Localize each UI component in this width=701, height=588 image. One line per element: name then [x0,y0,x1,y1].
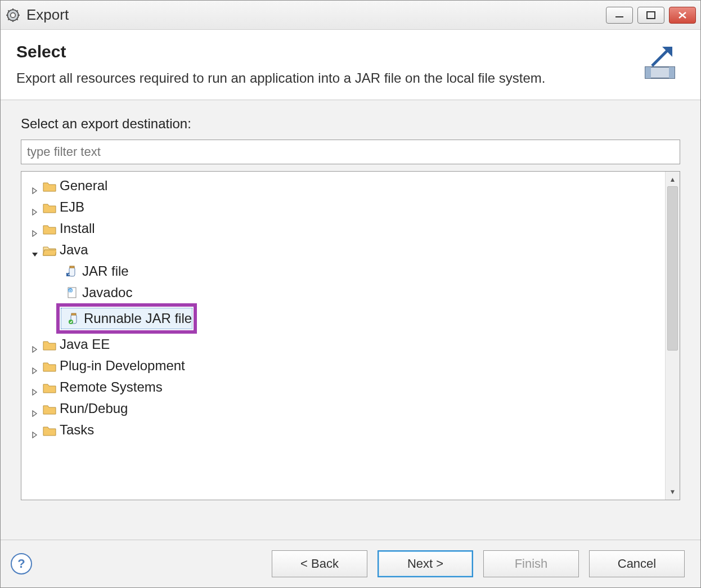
tree-item-jar-file[interactable]: JAR file [27,261,663,282]
chevron-right-icon [32,405,39,412]
export-icon [641,42,681,83]
tree-item-remote-systems[interactable]: Remote Systems [27,376,663,398]
chevron-right-icon [32,225,39,232]
scroll-track[interactable] [666,186,680,485]
folder-icon [43,201,56,213]
tree-item-label: Plug-in Development [60,358,185,374]
svg-rect-17 [69,267,75,276]
chevron-right-icon [32,203,39,211]
tree-item-label: Tasks [60,422,94,438]
titlebar: Export [1,1,700,30]
folder-icon [43,424,56,436]
jar-icon [66,265,79,277]
tree-item-label: Remote Systems [60,379,163,395]
page-title: Select [16,42,630,61]
folder-icon [43,381,56,393]
tree-item-label: Install [60,221,95,236]
tree-item-plugin-dev[interactable]: Plug-in Development [27,355,663,376]
folder-open-icon [43,244,56,255]
svg-line-5 [8,10,9,11]
chevron-right-icon [32,340,39,348]
chevron-right-icon [32,362,39,370]
export-tree[interactable]: General EJB Install Java [21,172,665,500]
tree-item-label: General [60,178,107,194]
page-description: Export all resources required to run an … [16,69,630,87]
tree-item-runnable-jar[interactable]: Runnable JAR file [61,308,192,329]
filter-input[interactable] [21,140,680,164]
chevron-right-icon [32,383,39,391]
tree-container: General EJB Install Java [21,171,680,500]
tree-item-label: Java [60,242,88,258]
chevron-right-icon [32,426,39,434]
tree-item-install[interactable]: Install [27,218,663,239]
window-controls [606,7,696,24]
folder-icon [43,180,56,191]
window-title: Export [26,6,69,24]
folder-icon [43,403,56,414]
tree-item-general[interactable]: General [27,175,663,196]
next-button[interactable]: Next > [378,550,473,577]
scroll-thumb[interactable] [667,186,678,351]
javadoc-icon: @ [66,286,79,299]
svg-line-7 [8,19,9,20]
wizard-body: Select an export destination: General EJ… [1,100,700,540]
svg-text:@: @ [68,289,72,293]
svg-rect-16 [669,67,675,78]
tree-item-label: Javadoc [82,285,132,300]
wizard-header: Select Export all resources required to … [1,30,700,100]
scroll-down-icon[interactable]: ▼ [666,485,680,499]
chevron-right-icon [32,182,39,190]
tree-item-label: Runnable JAR file [84,311,192,326]
help-button[interactable]: ? [11,553,32,574]
tree-item-label: JAR file [82,263,129,279]
finish-button[interactable]: Finish [483,550,579,577]
window-icon [5,7,21,23]
svg-rect-15 [645,67,651,78]
scroll-up-icon[interactable]: ▲ [666,173,680,186]
svg-rect-18 [70,266,74,268]
maximize-button[interactable] [637,7,664,24]
tree-item-run-debug[interactable]: Run/Debug [27,398,663,419]
tree-item-java[interactable]: Java [27,239,663,261]
folder-icon [43,360,56,371]
wizard-footer: ? < Back Next > Finish Cancel [1,540,700,587]
svg-rect-11 [647,12,655,19]
svg-line-6 [17,19,18,20]
minimize-button[interactable] [606,7,633,24]
svg-point-9 [11,12,16,17]
folder-icon [43,223,56,234]
tree-item-tasks[interactable]: Tasks [27,419,663,441]
tree-item-label: Java EE [60,336,110,352]
tree-item-ejb[interactable]: EJB [27,196,663,218]
chevron-down-icon [32,246,39,254]
tree-item-label: EJB [60,199,84,215]
cancel-button[interactable]: Cancel [589,550,685,577]
svg-line-8 [17,10,18,11]
destination-label: Select an export destination: [21,116,680,132]
export-wizard-window: Export Select Export all resources requi… [0,0,701,588]
close-button[interactable] [669,7,696,24]
scrollbar[interactable]: ▲ ▼ [665,172,680,500]
runnable-jar-icon [68,312,80,325]
tree-item-java-ee[interactable]: Java EE [27,334,663,355]
highlight-annotation: Runnable JAR file [56,303,197,334]
tree-item-javadoc[interactable]: @ Javadoc [27,282,663,303]
back-button[interactable]: < Back [272,550,367,577]
tree-item-label: Run/Debug [60,401,128,416]
svg-rect-23 [71,313,76,315]
folder-icon [43,339,56,350]
svg-point-24 [69,320,73,324]
